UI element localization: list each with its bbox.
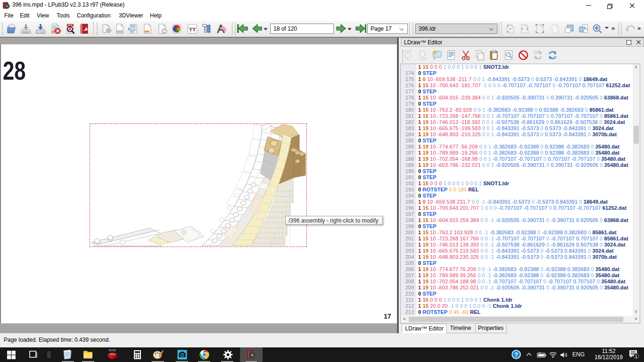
- svg-text:TT: TT: [189, 26, 196, 32]
- svg-text:1: 1: [635, 354, 637, 359]
- svg-text:?: ?: [514, 352, 518, 358]
- svg-text:MLCAD: MLCAD: [109, 349, 116, 352]
